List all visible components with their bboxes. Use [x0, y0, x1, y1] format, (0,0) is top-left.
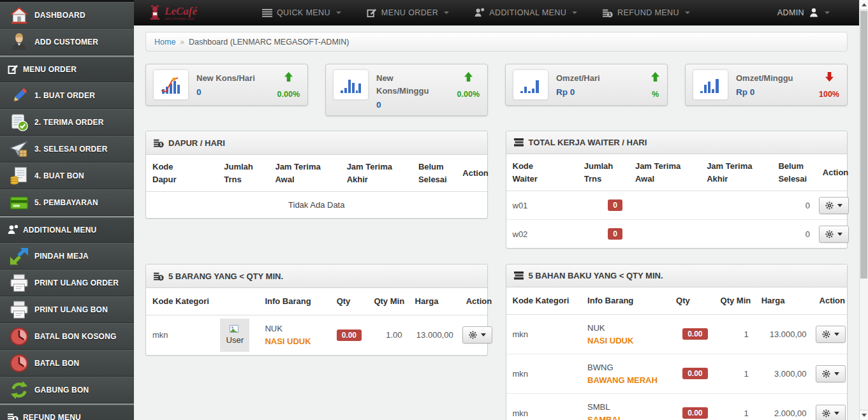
action-dropdown-button[interactable]: [816, 405, 846, 420]
user-icon: [809, 8, 819, 18]
caret-down-icon: [572, 11, 577, 14]
item-name: BAWANG MERAH: [587, 375, 663, 385]
person-icon: [8, 224, 18, 235]
sidebar-item-pembayaran[interactable]: 5. PEMBAYARAN: [0, 189, 134, 216]
column-header: Action: [456, 155, 487, 192]
gear-icon: [825, 201, 834, 210]
sidebar-item-add-customer[interactable]: ADD CUSTOMER: [0, 29, 134, 55]
nav-admin-menu[interactable]: ADMIN: [777, 8, 830, 18]
nav-quick-menu[interactable]: QUICK MENU: [262, 8, 341, 17]
chart-bars-icon: [334, 70, 368, 99]
breadcrumb-home-link[interactable]: Home: [154, 38, 175, 47]
gear-icon: [469, 331, 477, 339]
action-dropdown-button[interactable]: [462, 326, 492, 344]
nav-menu: QUICK MENU MENU ORDER ADDITIONAL MENU: [262, 8, 690, 18]
chart-bars-icon: [513, 70, 548, 99]
pencil-icon: [10, 86, 29, 105]
item-code: NUK: [587, 323, 663, 333]
gear-icon: [822, 409, 830, 417]
svg-text:$: $: [14, 417, 17, 420]
coins-icon: $: [603, 8, 613, 18]
waiter-table: Kode Waiter Jumlah Trns Jam Terima Awal …: [506, 154, 848, 248]
brand-logo[interactable]: LeCafé cafe.lenmarc.com: [149, 5, 197, 20]
column-header: Jumlah Trns: [217, 155, 268, 192]
column-header: Qty Min: [367, 288, 408, 315]
kode-waiter: w02: [506, 220, 578, 249]
broken-image-icon: [230, 325, 240, 334]
qty-min: 1.00: [367, 315, 408, 355]
sidebar-item-buat-order[interactable]: 1. BUAT ORDER: [0, 82, 134, 109]
scroll-up-button[interactable]: [860, 0, 868, 10]
chart-bars-icon: [693, 70, 728, 99]
panel-dapur-hari: $ DAPUR / HARI Kode Dapur Jumlah Trns Ja…: [145, 131, 488, 219]
coins-icon: $: [154, 138, 164, 148]
vertical-scrollbar[interactable]: [859, 0, 868, 420]
stat-value: 0: [196, 87, 255, 97]
sidebar-item-gabung-bon[interactable]: GABUNG BON: [0, 377, 134, 403]
panel-title: DAPUR / HARI: [168, 138, 225, 148]
action-dropdown-button[interactable]: [816, 326, 846, 343]
add-customer-icon: [10, 33, 29, 52]
nav-menu-order[interactable]: MENU ORDER: [367, 8, 449, 18]
action-dropdown-button[interactable]: [816, 365, 846, 382]
sidebar-section-additional-menu[interactable]: ADDITIONAL MENU: [0, 216, 134, 243]
jam-terima-awal: [629, 220, 700, 249]
sidebar-item-selesai-order[interactable]: 3. SELESAI ORDER: [0, 136, 134, 163]
sidebar-item-batal-bon[interactable]: BATAL BON: [0, 350, 134, 377]
gear-icon: [822, 370, 830, 378]
swap-arrows-icon: [10, 247, 29, 266]
sidebar-item-buat-bon[interactable]: 4. BUAT BON: [0, 163, 134, 189]
caret-down-icon: [685, 11, 690, 14]
arrow-down-icon: [825, 72, 834, 82]
qty-badge: 0.00: [682, 407, 707, 419]
books-stack-icon: [514, 271, 524, 280]
panel-header: $ 5 BARANG YANG < QTY MIN.: [146, 264, 487, 288]
column-header: Harga: [755, 287, 813, 314]
column-header: Jam Terima Akhir: [341, 155, 412, 192]
sidebar-item-label: PRINT ULANG BON: [34, 305, 108, 314]
column-header: Kode Waiter: [506, 154, 578, 191]
scrollbar-thumb[interactable]: [860, 11, 867, 279]
nav-additional-menu[interactable]: ADDITIONAL MENU: [474, 8, 577, 18]
column-header: Jumlah Trns: [578, 154, 629, 191]
sidebar-item-label: 5. PEMBAYARAN: [34, 198, 98, 207]
caret-down-icon: [444, 11, 449, 14]
jumlah-trns-badge: 0: [608, 199, 622, 211]
refresh-icon: [10, 380, 29, 400]
action-dropdown-button[interactable]: [819, 197, 849, 214]
panel-title: TOTAL KERJA WAITER / HARI: [529, 138, 647, 147]
action-dropdown-button[interactable]: [819, 226, 849, 243]
coins-icon: $: [154, 271, 164, 281]
printer-icon: [10, 273, 29, 293]
kode-kategori: mkn: [506, 393, 582, 420]
harga: 13.000,00: [409, 315, 460, 355]
empty-message: Tidak Ada Data: [146, 192, 487, 219]
stat-label: New Kons/Hari: [196, 72, 255, 85]
item-name: SAMBAL: [587, 415, 663, 420]
sidebar-item-print-ulang-bon[interactable]: PRINT ULANG BON: [0, 296, 134, 323]
svg-text:$: $: [608, 12, 611, 17]
nav-refund-menu[interactable]: $ REFUND MENU: [603, 8, 690, 18]
image-alt-text: User: [226, 335, 244, 345]
sidebar-item-dashboard[interactable]: DASHBOARD: [0, 2, 134, 29]
dapur-table: Kode Dapur Jumlah Trns Jam Terima Awal J…: [146, 155, 487, 218]
sidebar-section-menu-order[interactable]: MENU ORDER: [0, 55, 134, 82]
sidebar-item-print-ulang-order[interactable]: PRINT ULANG ORDER: [0, 270, 134, 296]
column-header: Belum Selesai: [412, 155, 456, 192]
stat-change: 0.00%: [457, 90, 480, 99]
qty-badge: 0.00: [682, 328, 707, 340]
stat-label: Omzet/Minggu: [736, 72, 793, 85]
sidebar-item-label: DASHBOARD: [34, 11, 85, 20]
bahan-table: Kode Kategori Info Barang Qty Qty Min Ha…: [506, 287, 848, 420]
sidebar-item-terima-order[interactable]: 2. TERIMA ORDER: [0, 109, 134, 136]
column-header: Jam Terima Awal: [629, 154, 700, 191]
belum-selesai: 0: [772, 220, 816, 249]
sidebar-item-pindah-meja[interactable]: PINDAH MEJA: [0, 243, 134, 270]
panel-header: 5 BAHAN BAKU YANG < QTY MIN.: [506, 264, 848, 287]
scroll-down-button[interactable]: [860, 410, 868, 420]
sidebar-item-batal-bon-kosong[interactable]: BATAL BON KOSONG: [0, 323, 134, 350]
column-header: Kode Kategori: [146, 288, 258, 315]
sidebar-section-refund-menu[interactable]: $ REFUND MENU: [0, 403, 134, 420]
breadcrumb: Home » Dashboard (LENMARC MEGASOFT-ADMIN…: [145, 32, 848, 52]
column-header: Harga: [409, 288, 460, 315]
